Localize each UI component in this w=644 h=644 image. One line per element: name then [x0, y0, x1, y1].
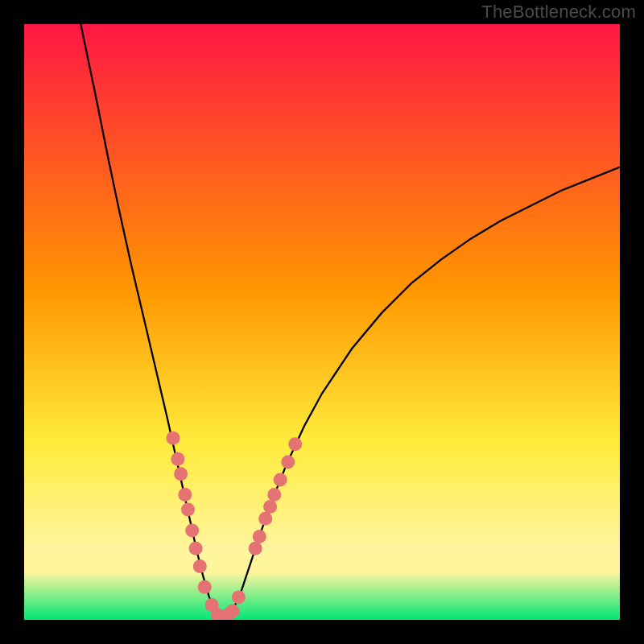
data-dot	[178, 488, 192, 502]
data-dot	[226, 604, 240, 617]
data-dot	[267, 488, 281, 502]
data-dot	[171, 452, 184, 466]
watermark-text: TheBottleneck.com	[481, 2, 636, 23]
data-dot	[167, 431, 180, 445]
data-dot	[193, 559, 207, 573]
gradient-background	[24, 24, 620, 620]
data-dot	[198, 580, 212, 594]
data-dot	[288, 437, 302, 451]
data-dot	[232, 590, 246, 604]
data-dot	[185, 524, 199, 538]
data-dot	[174, 467, 188, 481]
data-dot	[258, 512, 272, 526]
data-dot	[253, 530, 266, 543]
data-dot	[263, 500, 277, 514]
data-dot	[181, 503, 195, 517]
data-dot	[274, 473, 287, 487]
plot-area	[24, 24, 620, 620]
data-dot	[281, 455, 295, 469]
plot-svg	[24, 24, 620, 620]
chart-frame: TheBottleneck.com	[0, 0, 644, 644]
data-dot	[189, 542, 203, 555]
data-dot	[249, 542, 262, 555]
